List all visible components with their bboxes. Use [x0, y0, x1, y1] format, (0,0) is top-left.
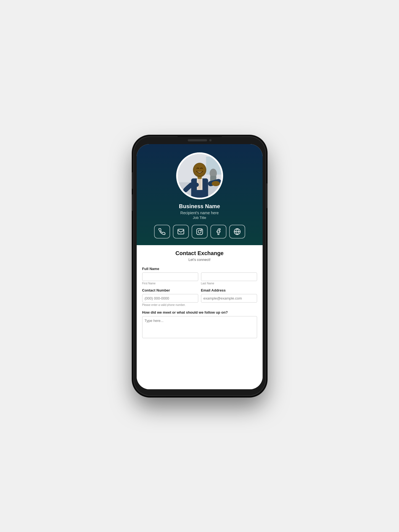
social-icons-row: [154, 225, 245, 239]
contact-email-row: Contact Number Please enter a valid phon…: [142, 288, 257, 306]
email-label: Email Address: [201, 288, 257, 292]
phone-icon: [158, 228, 166, 235]
followup-textarea[interactable]: [142, 316, 257, 338]
contact-number-col: Contact Number Please enter a valid phon…: [142, 288, 198, 306]
instagram-icon-button[interactable]: [192, 225, 208, 239]
svg-rect-15: [197, 229, 203, 235]
phone-top-bar: [178, 136, 222, 144]
first-name-input[interactable]: [142, 272, 198, 281]
followup-label: How did we meet or what should we follow…: [142, 310, 257, 314]
facebook-icon: [215, 228, 222, 235]
website-icon-button[interactable]: [229, 225, 245, 239]
contact-number-input[interactable]: [142, 294, 198, 303]
facebook-icon-button[interactable]: [210, 225, 226, 239]
phone-device: Business Name Recipient's name here Job …: [133, 136, 266, 396]
phone-icon-button[interactable]: [154, 225, 170, 239]
job-title: Job Title: [193, 216, 206, 220]
last-name-col: Last Name: [201, 272, 257, 285]
last-name-input[interactable]: [201, 272, 257, 281]
volume-up-button: [132, 172, 133, 189]
globe-icon: [234, 228, 241, 235]
first-name-col: First Name: [142, 272, 198, 285]
avatar: [176, 152, 223, 199]
email-input[interactable]: [201, 294, 257, 303]
power-button: [266, 183, 268, 208]
instagram-icon: [196, 228, 203, 235]
phone-screen: Business Name Recipient's name here Job …: [137, 144, 263, 389]
email-col: Email Address: [201, 288, 257, 306]
card-header: Business Name Recipient's name here Job …: [137, 144, 263, 245]
full-name-label: Full Name: [142, 267, 257, 271]
svg-point-10: [194, 163, 205, 176]
name-row: First Name Last Name: [142, 272, 257, 285]
svg-point-17: [201, 229, 202, 230]
contact-number-error: Please enter a valid phone number.: [142, 303, 198, 306]
followup-group: How did we meet or what should we follow…: [142, 310, 257, 339]
contact-exchange-subtitle: Let's connect!: [142, 258, 257, 262]
last-name-hint: Last Name: [201, 282, 257, 285]
recipient-name: Recipient's name here: [180, 211, 219, 215]
camera-dot: [209, 139, 212, 141]
speaker-grille: [188, 139, 207, 141]
contact-form-section: Contact Exchange Let's connect! Full Nam…: [137, 245, 263, 389]
svg-point-12: [212, 181, 220, 186]
volume-down-button: [132, 194, 133, 211]
email-icon: [177, 228, 184, 235]
svg-rect-7: [198, 178, 201, 189]
business-name: Business Name: [179, 203, 220, 210]
svg-rect-14: [178, 229, 184, 234]
svg-point-16: [198, 230, 201, 233]
email-icon-button[interactable]: [173, 225, 189, 239]
contact-exchange-title: Contact Exchange: [142, 250, 257, 256]
contact-number-label: Contact Number: [142, 288, 198, 292]
first-name-hint: First Name: [142, 282, 198, 285]
